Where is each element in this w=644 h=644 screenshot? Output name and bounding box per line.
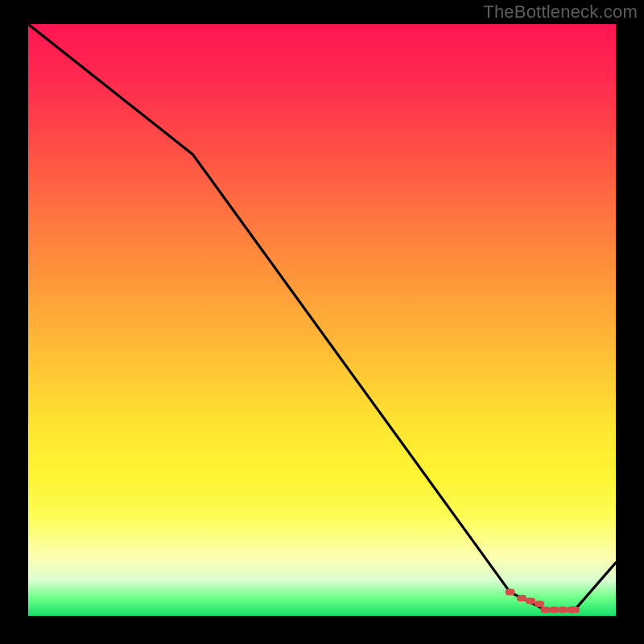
chart-marker (526, 598, 535, 605)
chart-line-layer (28, 24, 616, 616)
chart-marker (535, 601, 544, 607)
chart-marker-group (506, 589, 580, 613)
chart-curve (28, 24, 616, 610)
chart-marker (558, 607, 568, 613)
chart-marker (549, 607, 559, 613)
chart-marker (517, 595, 526, 601)
chart-marker (506, 589, 515, 596)
chart-frame: TheBottleneck.com (0, 0, 644, 644)
chart-marker (540, 607, 550, 613)
chart-marker (570, 607, 580, 613)
attribution-label: TheBottleneck.com (483, 2, 638, 23)
